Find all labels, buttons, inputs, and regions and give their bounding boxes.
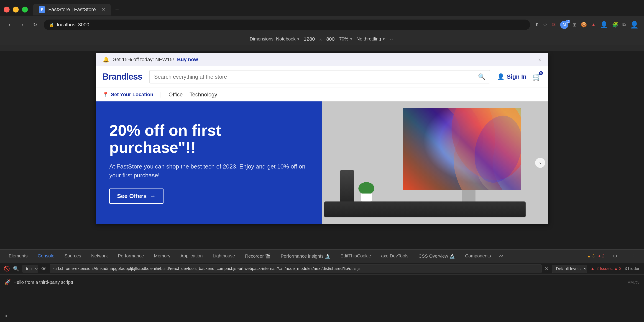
promo-bell-icon: 🔔 bbox=[102, 56, 109, 63]
search-input[interactable] bbox=[154, 74, 476, 80]
extension-grid[interactable]: ⊞ bbox=[572, 22, 576, 28]
extension-puzzle[interactable]: 🧩 bbox=[612, 22, 618, 28]
extension-avatar-red[interactable]: 👤 bbox=[600, 21, 608, 28]
extension-triangle[interactable]: ▲ bbox=[591, 22, 596, 28]
warning-icon: ▲ bbox=[587, 254, 591, 259]
tab-application[interactable]: Application bbox=[175, 250, 208, 262]
tab-lighthouse[interactable]: Lighthouse bbox=[208, 250, 240, 262]
share-icon[interactable]: ⬆ bbox=[535, 22, 539, 28]
eye-icon[interactable]: 👁 bbox=[42, 266, 46, 272]
console-message: Hello from a third-party script! bbox=[14, 280, 73, 285]
tab-bar: F FastStore | FastStore ✕ ＋ bbox=[0, 0, 644, 16]
dimensions-selector[interactable]: Dimensions: Notebook ▾ bbox=[250, 36, 299, 42]
devtools-toolbar: 🚫 🔍 top 👁 ✕ Default levels ▲ 2 Issues: ▲… bbox=[0, 263, 644, 275]
tab-title: FastStore | FastStore bbox=[48, 6, 98, 12]
tab-css-overview[interactable]: CSS Overview 🔬 bbox=[414, 250, 460, 262]
traffic-light-yellow[interactable] bbox=[13, 6, 19, 12]
tab-elements[interactable]: Elements bbox=[4, 250, 32, 262]
nav-item-technology[interactable]: Technology bbox=[190, 91, 217, 98]
profile-icon[interactable]: 👤 bbox=[630, 21, 638, 29]
tab-components[interactable]: Components bbox=[460, 250, 496, 262]
viewport-controls: Dimensions: Notebook ▾ 1280 x 800 70% ▾ … bbox=[0, 33, 644, 45]
hero-section: 20% off on first purchase"!! At FastStor… bbox=[96, 101, 548, 224]
promo-banner: 🔔 Get 15% off today: NEW15! Buy now × bbox=[96, 53, 548, 66]
console-row: 🚀 Hello from a third-party script! VM7:3 bbox=[4, 278, 640, 287]
dimensions-arrow: ▾ bbox=[298, 37, 299, 41]
dimensions-label: Dimensions: Notebook bbox=[250, 36, 296, 42]
console-input[interactable] bbox=[11, 313, 640, 319]
search-icon: 🔍 bbox=[478, 73, 485, 80]
address-bar-input[interactable]: 🔒 localhost:3000 bbox=[44, 19, 530, 30]
back-button[interactable]: ‹ bbox=[6, 22, 14, 28]
header-right: 👤 Sign In 🛒 0 bbox=[497, 73, 542, 81]
tab-more[interactable]: >> bbox=[496, 250, 506, 262]
new-tab-button[interactable]: ＋ bbox=[112, 5, 122, 14]
nav-separator: | bbox=[160, 91, 162, 98]
search-bar[interactable]: 🔍 bbox=[149, 70, 490, 83]
tab-sources[interactable]: Sources bbox=[60, 250, 86, 262]
tab-memory[interactable]: Memory bbox=[149, 250, 175, 262]
plant-pot bbox=[361, 193, 372, 201]
issues-badge[interactable]: ▲ 2 Issues: ▲ 2 bbox=[590, 266, 622, 271]
hero-cta-button[interactable]: See Offers → bbox=[109, 188, 164, 204]
devtools-settings-icon[interactable]: ⚙ bbox=[608, 250, 622, 262]
plant bbox=[358, 183, 374, 201]
extension-badge-12[interactable]: M12 bbox=[560, 21, 568, 29]
promo-close-button[interactable]: × bbox=[538, 56, 542, 63]
hero-left-panel: 20% off on first purchase"!! At FastStor… bbox=[96, 101, 322, 224]
warning-badge: ▲ 3 bbox=[587, 254, 594, 259]
url-display: localhost:3000 bbox=[57, 22, 89, 28]
filter-toggle-icon[interactable]: 🔍 bbox=[13, 266, 19, 272]
user-icon: 👤 bbox=[497, 73, 504, 80]
set-location-button[interactable]: 📍 Set Your Location bbox=[102, 92, 153, 98]
throttling-selector[interactable]: No throttling ▾ bbox=[356, 36, 385, 42]
warning-count: 3 bbox=[592, 254, 594, 259]
zoom-selector[interactable]: 70% ▾ bbox=[339, 36, 352, 42]
sign-in-button[interactable]: 👤 Sign In bbox=[497, 73, 526, 80]
tab-performance[interactable]: Performance bbox=[113, 250, 149, 262]
ruler bbox=[0, 45, 644, 51]
tab-editthiscookie[interactable]: EditThisCookie bbox=[336, 250, 376, 262]
context-selector[interactable]: top bbox=[22, 265, 38, 273]
console-source: VM7:3 bbox=[628, 280, 640, 285]
tab-console[interactable]: Console bbox=[32, 250, 59, 262]
tab-network[interactable]: Network bbox=[86, 250, 113, 262]
clear-console-icon[interactable]: 🚫 bbox=[4, 266, 10, 272]
active-tab[interactable]: F FastStore | FastStore ✕ bbox=[33, 4, 111, 15]
tab-performance-insights[interactable]: Performance insights 🔬 bbox=[276, 250, 336, 262]
tab-close-button[interactable]: ✕ bbox=[102, 7, 105, 12]
traffic-light-red[interactable] bbox=[4, 6, 10, 12]
nav-item-office[interactable]: Office bbox=[168, 91, 183, 98]
monitor-screen bbox=[402, 108, 521, 190]
location-pin-icon: 📍 bbox=[102, 92, 108, 98]
bookmark-icon[interactable]: ☆ bbox=[543, 22, 548, 28]
devtools-more-icon[interactable]: ⋮ bbox=[626, 250, 640, 262]
speaker bbox=[340, 170, 354, 206]
reload-button[interactable]: ↻ bbox=[31, 22, 39, 28]
extension-react[interactable]: ⚛ bbox=[552, 22, 556, 28]
console-filter-input[interactable] bbox=[50, 264, 542, 273]
zoom-label: 70% bbox=[339, 36, 348, 42]
tab-recorder[interactable]: Recorder 🎬 bbox=[240, 250, 276, 262]
traffic-light-green[interactable] bbox=[22, 6, 28, 12]
cart-button[interactable]: 🛒 0 bbox=[532, 73, 542, 81]
log-levels-selector[interactable]: Default levels bbox=[552, 265, 587, 273]
promo-buy-now-link[interactable]: Buy now bbox=[177, 57, 198, 63]
lock-icon: 🔒 bbox=[49, 22, 54, 27]
website-wrapper: 🔔 Get 15% off today: NEW15! Buy now × Br… bbox=[0, 51, 644, 224]
svg-point-1 bbox=[439, 108, 521, 190]
issues-label: 2 Issues: ▲ 2 bbox=[596, 266, 622, 271]
hero-next-arrow[interactable]: › bbox=[535, 158, 545, 168]
error-badge: ● 2 bbox=[598, 254, 604, 259]
forward-button[interactable]: › bbox=[18, 22, 26, 28]
rocket-icon: 🚀 bbox=[4, 279, 11, 285]
rotate-icon[interactable]: ↔ bbox=[389, 36, 394, 42]
split-window-icon[interactable]: ⧉ bbox=[622, 22, 626, 28]
browser-chrome: F FastStore | FastStore ✕ ＋ ‹ › ↻ 🔒 loca… bbox=[0, 0, 644, 51]
sign-in-label: Sign In bbox=[507, 73, 526, 80]
tab-axe-devtools[interactable]: axe DevTools bbox=[376, 250, 414, 262]
extension-cookie[interactable]: 🍪 bbox=[581, 22, 587, 28]
clear-filter-button[interactable]: ✕ bbox=[545, 266, 549, 272]
svg-rect-0 bbox=[402, 108, 521, 190]
console-prompt: > bbox=[4, 313, 8, 319]
